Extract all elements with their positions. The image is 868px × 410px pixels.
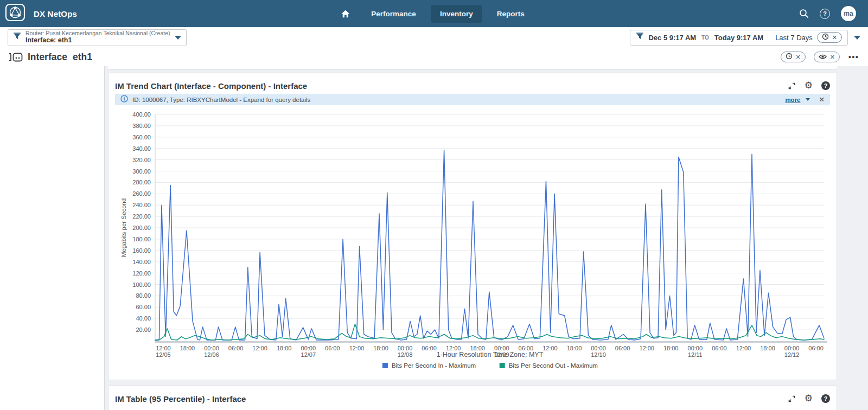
context-filter-dropdown[interactable]: Router: Pusat Kecemerlangan Teknikal Nas… — [8, 29, 187, 46]
x-tick-time: 00:00 — [591, 345, 606, 351]
y-tick-label: 120.00 — [132, 270, 151, 277]
page-title-name: eth1 — [73, 52, 92, 63]
y-tick-label: 280.00 — [132, 179, 151, 185]
context-filter-text: Router: Pusat Kecemerlangan Teknikal Nas… — [25, 30, 170, 44]
y-tick-label: 80.00 — [136, 292, 151, 299]
close-icon[interactable]: ✕ — [830, 54, 835, 60]
y-tick-label: 240.00 — [132, 202, 151, 208]
nav-item-inventory[interactable]: Inventory — [431, 5, 482, 23]
x-tick-date: 12/08 — [398, 351, 413, 358]
y-tick-label: 300.00 — [132, 168, 151, 175]
page-title: Interface eth1 — [28, 52, 92, 63]
panel-help-icon[interactable]: ? — [821, 394, 830, 403]
x-tick-time: 06:00 — [228, 345, 244, 351]
y-tick-label: 20.00 — [136, 326, 151, 333]
y-tick-label: 260.00 — [132, 190, 151, 197]
filter-row: Router: Pusat Kecemerlangan Teknikal Nas… — [0, 27, 868, 48]
top-navbar: DX NetOps Performance Inventory Reports … — [0, 0, 868, 27]
x-tick-date: 12/12 — [784, 351, 800, 358]
chevron-down-icon[interactable] — [806, 98, 810, 101]
trend-panel-header: IM Trend Chart (Interface - Component) -… — [115, 73, 830, 92]
close-icon[interactable]: ✕ — [832, 35, 837, 41]
table-panel-actions: ⚙ ? — [788, 394, 830, 403]
expand-icon[interactable] — [788, 395, 796, 403]
x-tick-time: 12:00 — [736, 345, 751, 351]
legend-label: Bits Per Second In - Maximum — [392, 362, 476, 369]
ellipsis-icon[interactable]: ⋯ — [848, 54, 859, 60]
time-range-control[interactable]: Dec 5 9:17 AM TO Today 9:17 AM Last 7 Da… — [630, 30, 848, 46]
main-nav: Performance Inventory Reports — [334, 0, 533, 27]
time-end[interactable]: Today 9:17 AM — [714, 34, 763, 42]
x-tick-date: 12/05 — [156, 351, 171, 358]
x-tick-time: 18:00 — [567, 345, 582, 351]
more-link[interactable]: more — [785, 97, 800, 103]
x-tick-time: 12:00 — [156, 345, 171, 351]
x-tick-time: 12:00 — [349, 345, 365, 351]
y-tick-label: 140.00 — [132, 259, 151, 265]
trend-panel-title: IM Trend Chart (Interface - Component) -… — [115, 81, 307, 91]
x-tick-date: 12/11 — [688, 351, 703, 358]
y-tick-label: 360.00 — [132, 134, 151, 140]
expand-icon[interactable] — [788, 82, 796, 90]
context-interface-label: Interface: eth1 — [25, 37, 170, 44]
y-tick-label: 400.00 — [132, 111, 151, 118]
chevron-down-icon[interactable] — [175, 36, 181, 40]
left-sidebar — [0, 66, 105, 410]
x-tick-time: 06:00 — [325, 345, 340, 351]
x-tick-time: 18:00 — [760, 345, 775, 351]
trend-panel-actions: ⚙ ? — [788, 81, 830, 90]
time-start[interactable]: Dec 5 9:17 AM — [648, 34, 696, 42]
interface-icon — [9, 52, 23, 62]
home-icon[interactable] — [334, 5, 356, 23]
close-icon[interactable]: ✕ — [796, 54, 801, 60]
chevron-down-icon[interactable] — [854, 36, 860, 40]
title-row: Interface eth1 ✕ — [0, 48, 868, 66]
table-panel-title: IM Table (95 Percentile) - Interface — [115, 394, 246, 403]
panel-help-icon[interactable]: ? — [821, 81, 830, 90]
time-badge-pill[interactable]: ✕ — [781, 52, 806, 62]
x-tick-time: 18:00 — [373, 345, 388, 351]
x-tick-time: 00:00 — [784, 345, 800, 351]
x-tick-time: 06:00 — [422, 345, 437, 351]
page-title-type: Interface — [28, 52, 67, 63]
avatar[interactable]: ma — [841, 6, 856, 21]
x-axis-line — [155, 341, 827, 343]
y-tick-label: 60.00 — [136, 304, 151, 310]
gear-icon[interactable]: ⚙ — [805, 394, 813, 403]
legend-swatch — [500, 363, 505, 368]
trend-chart-wrap: 20.0040.0060.0080.00100.00120.00140.0016… — [115, 106, 830, 376]
nav-item-performance[interactable]: Performance — [362, 5, 425, 23]
x-tick-time: 12:00 — [639, 345, 654, 351]
info-icon — [120, 95, 128, 105]
filter-icon — [13, 33, 21, 42]
close-icon[interactable]: ✕ — [819, 95, 825, 104]
help-icon[interactable]: ? — [820, 9, 830, 19]
clock-icon — [822, 33, 829, 42]
gear-icon[interactable]: ⚙ — [805, 81, 813, 90]
x-tick-time: 18:00 — [180, 345, 195, 351]
time-area: Dec 5 9:17 AM TO Today 9:17 AM Last 7 Da… — [630, 30, 860, 46]
watch-badge-pill[interactable]: ✕ — [814, 52, 840, 62]
y-tick-label: 380.00 — [132, 123, 151, 129]
x-tick-time: 00:00 — [301, 345, 316, 351]
query-info-bar: ID: 1000067, Type: RIBXYChartModel - Exp… — [115, 94, 830, 105]
x-tick-time: 06:00 — [808, 345, 824, 351]
filter-icon — [636, 33, 644, 42]
content: IM Trend Chart (Interface - Component) -… — [105, 66, 868, 410]
x-tick-time: 18:00 — [663, 345, 679, 351]
x-tick-date: 12/06 — [204, 351, 219, 358]
refresh-interval-pill[interactable]: ✕ — [817, 32, 842, 43]
clock-icon — [786, 52, 793, 62]
x-tick-time: 18:00 — [277, 345, 292, 351]
nav-right: ? ma — [799, 0, 868, 27]
scrolled-panel-edge — [108, 66, 837, 70]
search-icon[interactable] — [799, 9, 809, 18]
nav-item-reports[interactable]: Reports — [488, 5, 534, 23]
y-tick-label: 100.00 — [132, 281, 151, 288]
table-panel-header: IM Table (95 Percentile) - Interface ⚙ ? — [115, 386, 830, 405]
title-actions: ✕ ✕ ⋯ — [781, 52, 859, 62]
y-tick-label: 200.00 — [132, 225, 151, 231]
trend-chart: 20.0040.0060.0080.00100.00120.00140.0016… — [115, 106, 828, 374]
time-preset[interactable]: Last 7 Days — [775, 34, 813, 42]
x-tick-time: 00:00 — [688, 345, 703, 351]
